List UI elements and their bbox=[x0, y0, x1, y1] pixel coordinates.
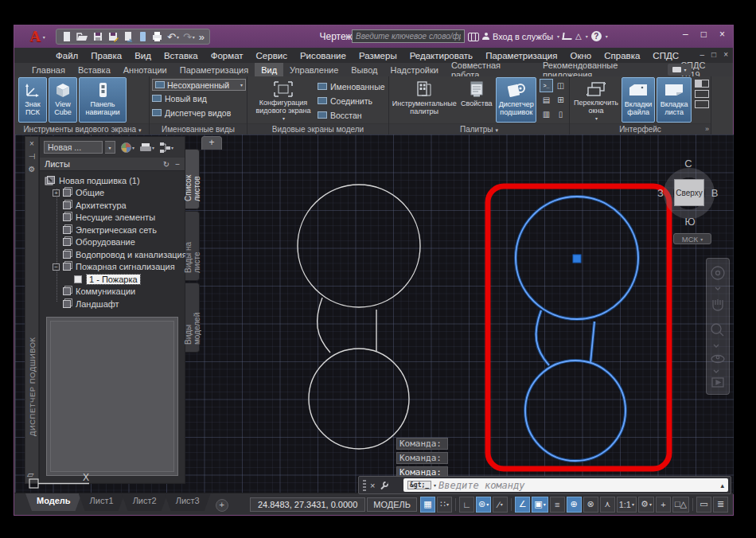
view-manager-button[interactable]: Диспетчер видов bbox=[152, 106, 231, 119]
add-layout-button[interactable]: + bbox=[216, 499, 228, 512]
ribbon-tab-featured-apps[interactable]: Рекомендованные приложения bbox=[536, 63, 674, 76]
dialog-launcher-icon[interactable]: » bbox=[705, 124, 709, 134]
menu-help[interactable]: Справка bbox=[598, 51, 646, 60]
navigation-bar-button[interactable]: Панель навигации bbox=[79, 77, 127, 123]
3d-object-snap-toggle[interactable]: ⊗ bbox=[583, 497, 598, 513]
restore-viewports-button[interactable]: Восстан bbox=[318, 108, 385, 122]
transfer-button[interactable] bbox=[123, 31, 134, 42]
isolate-objects-button[interactable]: □△ bbox=[672, 497, 689, 513]
doc-restore-button[interactable]: □ bbox=[711, 50, 716, 59]
maximize-button[interactable]: □ bbox=[701, 29, 707, 40]
viewcube-north[interactable]: С bbox=[682, 158, 695, 170]
isodraft-toggle[interactable]: ∕▾ bbox=[493, 497, 508, 513]
new-file-button[interactable] bbox=[61, 31, 72, 42]
viewcube-top-face[interactable]: Сверху bbox=[674, 179, 704, 206]
collapse-section-icon[interactable]: − bbox=[175, 160, 180, 169]
tool-palettes-button[interactable]: Инструментальные палитры bbox=[392, 77, 457, 123]
tree-item-subset[interactable]: + Общие bbox=[40, 187, 185, 200]
reference-palette-button[interactable]: ◫ bbox=[554, 79, 567, 92]
ribbon-display-options-button[interactable]: ▾ bbox=[668, 64, 692, 76]
sheet-structure-button[interactable]: ▾ bbox=[160, 142, 173, 153]
crosshair-button[interactable]: + bbox=[656, 497, 671, 513]
sheet-set-dropdown[interactable]: Новая ... bbox=[44, 141, 103, 154]
ribbon-tab-addins[interactable]: Надстройки bbox=[384, 63, 445, 76]
autodesk-360-icon[interactable]: △ bbox=[575, 32, 582, 41]
command-input-field[interactable]: &gt;_ ▾ ▴ bbox=[403, 478, 728, 492]
tree-item-subset[interactable]: Водопровод и канализация bbox=[40, 248, 185, 261]
application-menu-button[interactable]: A ▾ bbox=[24, 27, 51, 46]
ribbon-tab-home[interactable]: Главная bbox=[25, 63, 72, 76]
tab-sheet-views[interactable]: Виды на листе bbox=[185, 211, 200, 281]
sheet-set-dropdown-caret[interactable]: ▾ bbox=[105, 141, 115, 154]
blue-neck-left[interactable] bbox=[536, 310, 549, 365]
annotation-scale-dropdown[interactable]: 1:1▾ bbox=[617, 497, 637, 513]
new-drawing-tab-button[interactable]: + bbox=[201, 136, 222, 150]
pan-hand-icon[interactable] bbox=[713, 299, 723, 310]
tree-item-sheet-set-root[interactable]: Новая подшивка (1) bbox=[40, 174, 185, 187]
selected-dumbbell-object[interactable] bbox=[516, 197, 638, 461]
join-viewports-button[interactable]: Соединить bbox=[318, 94, 385, 107]
tree-item-subset[interactable]: Коммуникации bbox=[40, 286, 185, 298]
viewport-configuration-button[interactable]: Конфигурация видового экрана ▾ bbox=[250, 77, 317, 123]
menu-insert[interactable]: Вставка bbox=[158, 51, 205, 60]
command-input[interactable] bbox=[438, 480, 718, 491]
menu-tools[interactable]: Сервис bbox=[250, 51, 294, 60]
tree-item-sheet-selected[interactable]: 1 - Пожарка bbox=[40, 273, 185, 286]
tree-item-subset[interactable]: Ландшафт bbox=[40, 298, 185, 310]
collapse-minus-icon[interactable]: − bbox=[53, 263, 60, 271]
open-file-button[interactable] bbox=[76, 31, 88, 42]
navigation-wheel-icon[interactable] bbox=[711, 267, 724, 279]
calculator-button[interactable]: ⊞ bbox=[554, 93, 567, 107]
dynamic-input-toggle[interactable]: ▣▾ bbox=[532, 497, 548, 513]
minimize-button[interactable]: – bbox=[683, 29, 688, 40]
white-dumbbell-object[interactable] bbox=[298, 185, 420, 449]
search-input[interactable] bbox=[352, 29, 465, 43]
layout-tabs-toggle[interactable]: Вкладка листа bbox=[657, 77, 692, 123]
panel-label-palettes[interactable]: Палитры▾ bbox=[389, 123, 569, 134]
ribbon-tab-insert[interactable]: Вставка bbox=[72, 63, 117, 76]
model-space-button[interactable]: МОДЕЛЬ bbox=[367, 497, 417, 512]
clipboard-palette-button[interactable]: ▯ bbox=[554, 107, 567, 121]
undo-button[interactable]: ↶▾ bbox=[167, 32, 179, 42]
named-viewports-button[interactable]: Именованные bbox=[318, 80, 385, 93]
object-snap-toggle[interactable]: ⊕ bbox=[567, 497, 582, 513]
view-dropdown[interactable]: Несохраненный ▾ bbox=[152, 79, 246, 91]
close-button[interactable]: × bbox=[719, 29, 725, 40]
drag-handle[interactable] bbox=[363, 480, 366, 491]
sheet-list-button[interactable]: ▤ bbox=[540, 93, 553, 107]
publish-button[interactable]: ▾ bbox=[121, 142, 134, 153]
menu-view[interactable]: Вид bbox=[128, 51, 158, 60]
tab-model-views[interactable]: Виды моделей bbox=[185, 283, 200, 353]
cascade-windows-button[interactable] bbox=[695, 100, 709, 108]
workspace-settings-button[interactable]: ⚙▾ bbox=[638, 497, 654, 513]
tree-item-subset-expanded[interactable]: − Пожарная сигнализация bbox=[40, 261, 185, 274]
menu-edit[interactable]: Правка bbox=[84, 51, 128, 60]
viewcube-west[interactable]: З bbox=[654, 187, 667, 199]
ribbon-tab-collaborate[interactable]: Совместная работа bbox=[445, 63, 536, 76]
customize-wrench-icon[interactable] bbox=[379, 481, 388, 490]
viewcube-button[interactable]: View Cube bbox=[49, 77, 77, 123]
viewcube-south[interactable]: Ю bbox=[684, 216, 696, 228]
snap-mode-toggle[interactable]: ∷▾ bbox=[437, 497, 452, 513]
ribbon-tab-parametric[interactable]: Параметризация bbox=[173, 63, 255, 76]
menu-spds[interactable]: СПДС bbox=[646, 51, 685, 60]
tree-item-subset[interactable]: Электрическая сеть bbox=[40, 224, 185, 236]
menu-file[interactable]: Файл bbox=[49, 51, 84, 60]
doc-minimize-button[interactable]: – bbox=[700, 50, 705, 59]
expand-history-icon[interactable]: ▴ bbox=[720, 481, 724, 489]
zoom-icon[interactable] bbox=[711, 324, 721, 333]
chevron-down-icon[interactable]: ▾ bbox=[434, 482, 436, 488]
close-palette-button[interactable]: × bbox=[25, 137, 38, 150]
chevron-down-icon[interactable] bbox=[714, 370, 719, 372]
tab-layout1[interactable]: Лист1 bbox=[79, 493, 125, 511]
white-bottom-circle[interactable] bbox=[309, 349, 409, 449]
clean-screen-button[interactable]: ▭ bbox=[696, 497, 711, 513]
ribbon-tab-annotate[interactable]: Аннотации bbox=[117, 63, 173, 76]
ortho-toggle[interactable]: ∟ bbox=[459, 497, 474, 513]
palette-properties-icon[interactable]: ⚙ bbox=[25, 162, 38, 175]
tree-item-subset[interactable]: Архитектура bbox=[40, 199, 185, 212]
ribbon-tab-view[interactable]: Вид bbox=[255, 63, 283, 76]
menu-parametric[interactable]: Параметризация bbox=[479, 51, 563, 60]
command-line-toggle[interactable]: >_ bbox=[540, 79, 553, 92]
tab-sheet-list[interactable]: Список листов bbox=[185, 149, 200, 209]
